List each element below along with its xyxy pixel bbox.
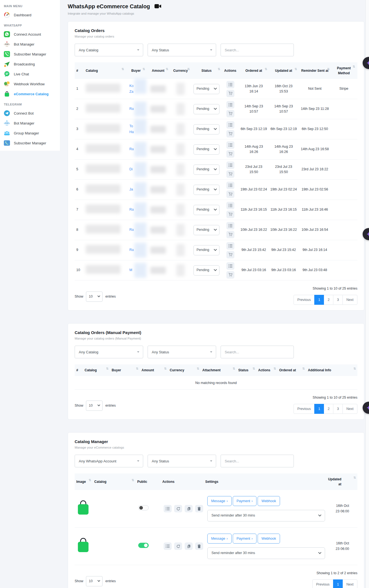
page-button-3[interactable]: 3 bbox=[333, 404, 343, 414]
buyer-link[interactable]: M bbox=[129, 267, 132, 273]
status-select[interactable]: Pending bbox=[193, 124, 219, 134]
sidebar-item-broadcasting[interactable]: 1 Broadcasting bbox=[0, 59, 60, 69]
video-camera-icon[interactable] bbox=[155, 4, 161, 9]
sort-icon[interactable] bbox=[302, 366, 305, 371]
sort-icon[interactable] bbox=[354, 366, 356, 371]
sort-icon[interactable] bbox=[143, 67, 145, 71]
status-select[interactable]: Pending bbox=[193, 205, 219, 215]
order-items-button[interactable] bbox=[226, 222, 234, 229]
order-items-button[interactable] bbox=[226, 141, 234, 149]
webhook-settings-button[interactable]: Webhook bbox=[258, 534, 280, 544]
page-button-2[interactable]: 2 bbox=[324, 404, 333, 414]
status-select[interactable]: Pending bbox=[193, 245, 219, 255]
buyer-link[interactable]: Ra bbox=[129, 106, 134, 112]
sort-icon[interactable] bbox=[122, 67, 124, 71]
sidebar-item-live-chat[interactable]: Live Chat bbox=[0, 69, 60, 79]
sort-icon[interactable] bbox=[218, 67, 220, 71]
sort-icon[interactable] bbox=[353, 64, 355, 69]
page-button-2[interactable]: 2 bbox=[324, 295, 333, 305]
cart-button[interactable] bbox=[226, 130, 234, 137]
sort-icon[interactable] bbox=[106, 366, 109, 371]
public-toggle[interactable] bbox=[138, 505, 149, 510]
search-input[interactable] bbox=[221, 346, 294, 358]
sort-icon[interactable] bbox=[354, 475, 356, 480]
sidebar-item-dashboard[interactable]: Dashboard bbox=[0, 10, 60, 20]
sort-icon[interactable] bbox=[187, 67, 190, 71]
sidebar-item-connect-account[interactable]: Connect Account bbox=[0, 29, 60, 39]
reminder-select[interactable]: Send reminder after 30 mins bbox=[207, 547, 325, 559]
previous-page-button[interactable]: Previous bbox=[294, 404, 315, 414]
refresh-button[interactable] bbox=[174, 542, 182, 550]
order-items-button[interactable] bbox=[226, 242, 234, 250]
scrollbar-track[interactable] bbox=[365, 0, 369, 588]
page-size-select[interactable]: 10 bbox=[86, 401, 103, 411]
copy-button[interactable] bbox=[185, 542, 193, 550]
cart-button[interactable] bbox=[226, 251, 234, 258]
status-select[interactable]: Pending bbox=[193, 185, 219, 195]
cart-button[interactable] bbox=[226, 170, 234, 178]
status-select[interactable]: Pending bbox=[193, 104, 219, 114]
sort-icon[interactable] bbox=[166, 67, 168, 71]
copy-button[interactable] bbox=[185, 505, 193, 512]
webhook-settings-button[interactable]: Webhook bbox=[258, 496, 280, 506]
previous-page-button[interactable]: Previous bbox=[294, 295, 315, 305]
status-select[interactable]: Pending bbox=[193, 165, 219, 175]
sort-icon[interactable] bbox=[132, 478, 134, 483]
sort-icon[interactable] bbox=[233, 366, 235, 371]
cart-button[interactable] bbox=[226, 231, 234, 238]
status-select[interactable]: Pending bbox=[193, 265, 219, 276]
sidebar-item-group-manager[interactable]: Group Manager bbox=[0, 128, 60, 138]
next-page-button[interactable]: Next bbox=[342, 295, 357, 305]
order-items-button[interactable] bbox=[226, 262, 234, 270]
status-select[interactable]: Pending bbox=[193, 144, 219, 155]
status-filter-select[interactable]: Any Status bbox=[148, 44, 216, 56]
next-page-button[interactable]: Next bbox=[342, 579, 357, 588]
sort-icon[interactable] bbox=[274, 366, 276, 371]
trash-button[interactable] bbox=[195, 505, 203, 512]
cart-button[interactable] bbox=[226, 90, 234, 97]
payment-settings-button[interactable]: Payment bbox=[233, 496, 257, 506]
page-button-1[interactable]: 1 bbox=[314, 404, 324, 414]
public-toggle[interactable] bbox=[138, 543, 149, 548]
sidebar-item-tg-bot-manager[interactable]: Bot Manager bbox=[0, 118, 60, 128]
sort-icon[interactable] bbox=[164, 366, 167, 371]
sort-icon[interactable] bbox=[295, 67, 297, 71]
reminder-select[interactable]: Send reminder after 30 mins bbox=[207, 510, 325, 521]
status-filter-select[interactable]: Any Status bbox=[148, 346, 216, 358]
page-button-3[interactable]: 3 bbox=[333, 295, 343, 305]
page-button-1[interactable]: 1 bbox=[333, 579, 343, 588]
page-size-select[interactable]: 10 bbox=[86, 576, 103, 586]
cart-button[interactable] bbox=[226, 211, 234, 218]
list-button[interactable] bbox=[164, 505, 172, 512]
buyer-link[interactable]: Ra bbox=[129, 247, 134, 253]
cart-button[interactable] bbox=[226, 110, 234, 117]
message-settings-button[interactable]: Message bbox=[207, 496, 232, 506]
order-items-button[interactable] bbox=[226, 202, 234, 209]
search-input[interactable] bbox=[221, 455, 294, 467]
catalog-filter-select[interactable]: Any Catalog bbox=[75, 44, 143, 56]
order-items-button[interactable] bbox=[226, 81, 234, 88]
previous-page-button[interactable]: Previous bbox=[312, 579, 334, 588]
sidebar-item-connect-bot[interactable]: Connect Bot bbox=[0, 108, 60, 118]
status-filter-select[interactable]: Any Status bbox=[148, 455, 216, 467]
sort-icon[interactable] bbox=[265, 67, 267, 71]
sidebar-item-tg-subscriber-manager[interactable]: Subscriber Manager bbox=[0, 138, 60, 148]
sort-icon[interactable] bbox=[197, 366, 199, 371]
sidebar-item-ecommerce-catalog[interactable]: eCommerce Catalog bbox=[0, 89, 60, 99]
next-page-button[interactable]: Next bbox=[342, 404, 357, 414]
cart-button[interactable] bbox=[226, 190, 234, 198]
page-button-1[interactable]: 1 bbox=[314, 295, 324, 305]
sidebar-item-bot-manager[interactable]: Bot Manager bbox=[0, 39, 60, 49]
sort-icon[interactable] bbox=[89, 478, 91, 483]
buyer-link[interactable]: Ja bbox=[129, 187, 133, 192]
cart-button[interactable] bbox=[226, 271, 234, 279]
order-items-button[interactable] bbox=[226, 182, 234, 189]
sort-icon[interactable] bbox=[136, 366, 138, 371]
cart-button[interactable] bbox=[226, 150, 234, 158]
message-settings-button[interactable]: Message bbox=[207, 534, 232, 544]
sort-icon[interactable] bbox=[327, 67, 330, 71]
order-items-button[interactable] bbox=[226, 121, 234, 129]
sidebar-item-webhook-workflow[interactable]: Webhook Workflow bbox=[0, 79, 60, 89]
status-select[interactable]: Pending bbox=[193, 225, 219, 235]
order-items-button[interactable] bbox=[226, 101, 234, 108]
